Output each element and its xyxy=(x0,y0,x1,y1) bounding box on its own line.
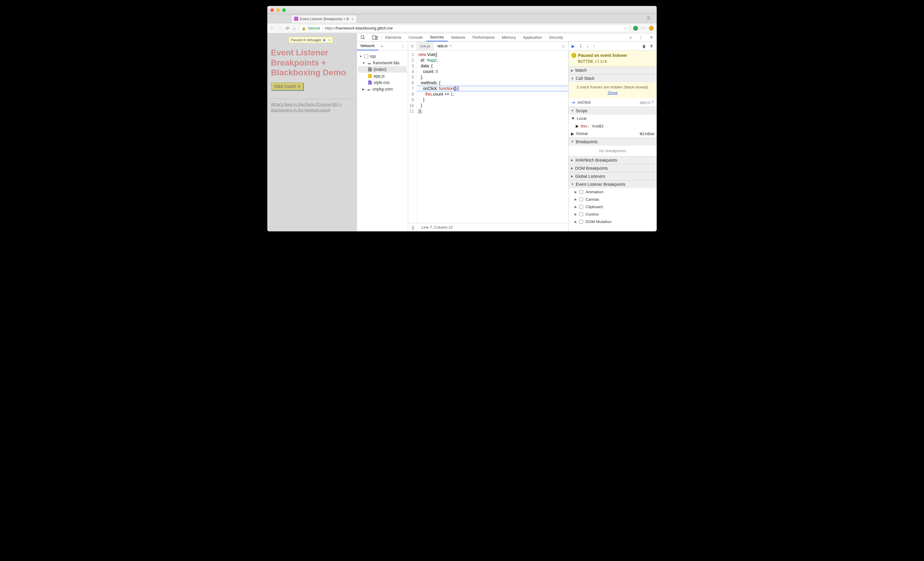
elb-clipboard[interactable]: ▶Clipboard xyxy=(568,203,657,210)
tab-network[interactable]: Network xyxy=(448,33,469,41)
pause-exceptions-icon[interactable]: ⏸ xyxy=(650,44,654,48)
close-window[interactable] xyxy=(270,8,274,12)
tab-title: Event Listener Breakpoints + B xyxy=(300,17,349,21)
cursor-position: Line 7, Column 22 xyxy=(422,225,453,230)
browser-tab[interactable]: Event Listener Breakpoints + B × xyxy=(291,15,357,23)
blackbox-notice: 3 stack frames are hidden (black-boxed).… xyxy=(568,82,657,98)
tree-top[interactable]: ▼top xyxy=(358,53,406,60)
blackbox-show-link[interactable]: Show xyxy=(608,90,618,95)
toggle-navigator-icon[interactable]: ⎚ xyxy=(408,44,417,48)
tree-file-appjs[interactable]: app.js xyxy=(358,73,406,79)
no-breakpoints: No breakpoints xyxy=(568,146,657,156)
tab-memory[interactable]: Memory xyxy=(498,33,519,41)
run-snippet-icon[interactable]: ▷ xyxy=(560,44,568,48)
tab-console[interactable]: Console xyxy=(405,33,426,41)
step-into-icon[interactable]: ↓ xyxy=(586,44,588,48)
page-link[interactable]: What's New In DevTools (Chrome 66) > Bla… xyxy=(271,102,353,113)
omnibox[interactable]: 🔒 Secure | https://framework-blackboxing… xyxy=(299,24,630,32)
panel-listeners[interactable]: ▶Global Listeners xyxy=(568,172,657,180)
step-out-icon[interactable]: ↑ xyxy=(593,44,596,48)
page-heading: Event Listener Breakpoints + Blackboxing… xyxy=(271,48,353,78)
click-count-button[interactable]: Click Count: 4 xyxy=(271,82,303,90)
overlay-step-icon[interactable]: ⤼ xyxy=(328,38,331,42)
svg-point-0 xyxy=(648,16,650,18)
extension-icon[interactable] xyxy=(649,26,654,31)
navigator-menu-icon[interactable]: ⋮ xyxy=(398,44,408,48)
overlay-resume-icon[interactable]: ▶ xyxy=(323,38,326,42)
panel-event-listener-breakpoints[interactable]: ▼Event Listener Breakpoints xyxy=(568,180,657,188)
line-gutter: 1234567891011 xyxy=(408,51,417,223)
callstack-frame[interactable]: ➔onClickapp.js:7 xyxy=(568,98,657,106)
file-tree: ▼top ▼☁framework-bla (index) app.js styl… xyxy=(357,51,408,95)
panel-breakpoints[interactable]: ▼Breakpoints xyxy=(568,138,657,146)
paused-banner: iPaused on event listener BUTTON.click xyxy=(568,51,657,66)
deactivate-breakpoints-icon[interactable]: ▮⁄ xyxy=(643,44,645,48)
navigator-tab-network[interactable]: Network xyxy=(357,42,378,50)
tree-file-stylecss[interactable]: style.css xyxy=(358,79,406,86)
navigator-more-icon[interactable]: » xyxy=(378,44,385,48)
traffic-lights xyxy=(270,8,286,12)
pretty-print-icon[interactable]: {} xyxy=(412,225,414,230)
forward-icon: → xyxy=(278,26,282,31)
reload-icon[interactable]: ⟳ xyxy=(286,26,290,31)
paused-event: BUTTON.click xyxy=(572,58,654,64)
page-viewport: Paused in debugger ▶ ⤼ Event Listener Br… xyxy=(267,33,357,231)
more-tabs-icon[interactable]: » xyxy=(626,35,635,40)
zoom-window[interactable] xyxy=(282,8,286,12)
info-icon: i xyxy=(572,53,576,58)
extension-dots: ••• xyxy=(641,27,646,30)
svg-rect-2 xyxy=(373,36,376,39)
elb-control[interactable]: ▶Control xyxy=(568,210,657,218)
device-toggle-icon[interactable] xyxy=(369,33,381,41)
resume-icon[interactable]: ▶ xyxy=(572,44,575,48)
devtools-menu-icon[interactable]: ⋮ xyxy=(635,35,646,40)
scope-global[interactable]: ▶GlobalWindow xyxy=(568,130,657,138)
secure-label: Secure xyxy=(308,26,320,30)
devtools-tabs: Elements Console Sources Network Perform… xyxy=(357,33,657,42)
bookmark-star-icon[interactable]: ☆ xyxy=(623,26,627,30)
browser-window: Event Listener Breakpoints + B × ← → ⟳ ⌂… xyxy=(267,6,657,231)
tree-domain[interactable]: ▶☁unpkg.com xyxy=(358,86,406,92)
panel-callstack[interactable]: ▼Call Stack xyxy=(568,75,657,82)
home-icon[interactable]: ⌂ xyxy=(293,26,295,31)
tab-elements[interactable]: Elements xyxy=(382,33,405,41)
debugger-pane: ▶ ⤵ ↓ ↑ ▮⁄ ⏸ iPaused on event listener B… xyxy=(568,42,657,231)
panel-scope[interactable]: ▼Scope xyxy=(568,107,657,115)
close-tab-icon[interactable]: × xyxy=(351,16,354,21)
panel-xhr[interactable]: ▶XHR/fetch Breakpoints xyxy=(568,156,657,164)
code-editor[interactable]: 1234567891011 new Vue({ el: '#app', data… xyxy=(408,51,568,223)
step-over-icon[interactable]: ⤵ xyxy=(580,44,582,48)
tab-strip: Event Listener Breakpoints + B × xyxy=(267,14,657,23)
editor-pane: ⎚ vue.js app.js× ▷ 1234567891011 new Vue… xyxy=(408,42,568,231)
tab-application[interactable]: Application xyxy=(519,33,546,41)
navigator-pane: Network » ⋮ ▼top ▼☁framework-bla (index)… xyxy=(357,42,408,231)
file-tab-vuejs[interactable]: vue.js xyxy=(417,42,434,50)
editor-statusbar: {} Line 7, Column 22 xyxy=(408,223,568,231)
scope-this[interactable]: ▶this: Vue$3 xyxy=(568,122,657,130)
elb-canvas[interactable]: ▶Canvas xyxy=(568,196,657,203)
tab-security[interactable]: Security xyxy=(545,33,567,41)
tree-domain[interactable]: ▼☁framework-bla xyxy=(358,60,406,66)
tab-sources[interactable]: Sources xyxy=(426,33,448,41)
panel-dom[interactable]: ▶DOM Breakpoints xyxy=(568,164,657,172)
profile-icon[interactable] xyxy=(646,15,651,21)
titlebar xyxy=(267,6,657,14)
tab-performance[interactable]: Performance xyxy=(469,33,498,41)
toolbar: ← → ⟳ ⌂ 🔒 Secure | https://framework-bla… xyxy=(267,23,657,33)
file-tab-appjs[interactable]: app.js× xyxy=(434,42,455,50)
devtools: Elements Console Sources Network Perform… xyxy=(357,33,657,231)
svg-rect-3 xyxy=(376,36,378,39)
elb-dom-mutation[interactable]: ▶DOM Mutation xyxy=(568,218,657,225)
tree-file-index[interactable]: (index) xyxy=(358,66,406,73)
debugger-toolbar: ▶ ⤵ ↓ ↑ ▮⁄ ⏸ xyxy=(568,42,657,51)
devtools-close-icon[interactable]: ✕ xyxy=(646,35,657,40)
panel-watch[interactable]: ▶Watch xyxy=(568,66,657,74)
minimize-window[interactable] xyxy=(276,8,280,12)
close-file-icon[interactable]: × xyxy=(450,44,452,48)
back-icon[interactable]: ← xyxy=(270,26,274,31)
scope-local[interactable]: ▼Local xyxy=(568,115,657,122)
inspect-icon[interactable] xyxy=(357,33,369,41)
tab-favicon xyxy=(294,16,298,21)
elb-animation[interactable]: ▶Animation xyxy=(568,188,657,196)
extension-icon[interactable] xyxy=(633,26,638,31)
